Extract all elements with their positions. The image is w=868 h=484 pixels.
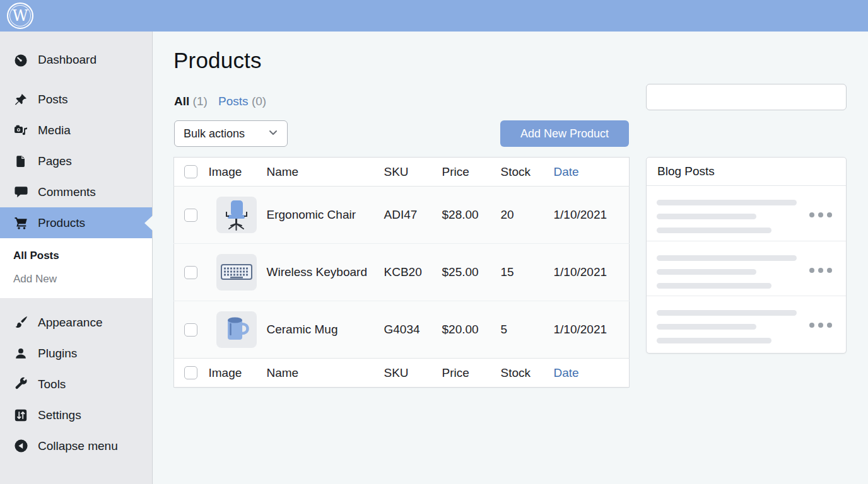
- sidebar-item-label: Comments: [38, 185, 96, 199]
- skeleton-line: [657, 310, 797, 316]
- select-all-checkbox[interactable]: [184, 366, 197, 379]
- blog-posts-panel: Blog Posts: [646, 157, 847, 354]
- row-checkbox[interactable]: [184, 266, 197, 279]
- sidebar-item-tools[interactable]: Tools: [0, 369, 152, 400]
- sidebar-item-label: Products: [38, 216, 85, 230]
- skeleton-line: [657, 255, 797, 261]
- blog-post-placeholder: [647, 296, 846, 350]
- office-chair-image: [216, 197, 257, 233]
- add-new-product-button[interactable]: Add New Product: [500, 120, 629, 147]
- ellipsis-menu-icon[interactable]: [809, 323, 832, 328]
- search-input[interactable]: [646, 84, 847, 110]
- skeleton-line: [657, 228, 771, 233]
- blog-post-placeholder: [647, 241, 846, 296]
- filter-all-link[interactable]: All: [174, 95, 189, 108]
- active-item-notch: [144, 216, 153, 231]
- product-name: Ceramic Mug: [257, 301, 375, 359]
- column-footer-date-sort-link[interactable]: Date: [544, 359, 630, 388]
- products-submenu: All Posts Add New: [0, 238, 152, 298]
- main-content: Products All (1) Posts (0) Bulk actions …: [153, 32, 868, 484]
- admin-sidebar: Dashboard Posts Media Pages Comments Pro…: [0, 32, 153, 484]
- table-row: Ceramic Mug G4034 $20.00 5 1/10/2021: [174, 301, 630, 359]
- wrench-icon: [13, 377, 28, 392]
- sidebar-item-label: Media: [38, 124, 71, 137]
- pushpin-icon: [13, 92, 28, 107]
- column-footer-sku: SKU: [375, 359, 433, 388]
- filter-posts-link[interactable]: Posts: [218, 95, 249, 108]
- column-header-price: Price: [433, 158, 491, 187]
- row-checkbox[interactable]: [184, 323, 197, 337]
- submenu-item-label: All Posts: [13, 250, 59, 262]
- table-footer-row: Image Name SKU Price Stock Date: [174, 359, 630, 388]
- blog-post-placeholder: [647, 186, 846, 241]
- product-name: Ergonomic Chair: [257, 187, 375, 244]
- page-title: Products: [173, 48, 262, 73]
- skeleton-line: [657, 200, 797, 205]
- skeleton-line: [657, 338, 771, 343]
- sidebar-item-collapse-menu[interactable]: Collapse menu: [0, 430, 152, 461]
- comment-icon: [13, 185, 28, 200]
- keyboard-image: [216, 254, 257, 291]
- sidebar-item-label: Settings: [38, 408, 81, 422]
- media-icon: [13, 123, 28, 138]
- column-header-image: Image: [199, 158, 257, 187]
- column-footer-price: Price: [433, 359, 491, 388]
- submenu-item-add-new[interactable]: Add New: [0, 267, 152, 291]
- ellipsis-menu-icon[interactable]: [809, 212, 832, 217]
- column-header-sku: SKU: [375, 158, 433, 187]
- product-date: 1/10/2021: [544, 187, 630, 244]
- table-row: Ergonomic Chair ADI47 $28.00 20 1/10/202…: [174, 187, 630, 244]
- skeleton-line: [657, 283, 771, 289]
- filter-posts-count: (0): [252, 95, 266, 108]
- brush-icon: [13, 315, 28, 330]
- pages-icon: [13, 154, 28, 169]
- sidebar-item-comments[interactable]: Comments: [0, 176, 152, 207]
- bulk-actions-select[interactable]: Bulk actions: [174, 120, 288, 147]
- sidebar-item-media[interactable]: Media: [0, 115, 152, 146]
- product-price: $28.00: [433, 187, 491, 244]
- chevron-down-icon: [268, 127, 278, 141]
- blog-posts-title: Blog Posts: [647, 158, 846, 186]
- sidebar-item-posts[interactable]: Posts: [0, 84, 152, 115]
- product-stock: 5: [491, 301, 544, 359]
- skeleton-line: [657, 214, 756, 219]
- filter-all-count: (1): [193, 95, 208, 108]
- wordpress-logo-icon[interactable]: W: [7, 3, 33, 29]
- submenu-item-label: Add New: [13, 273, 57, 285]
- product-sku: G4034: [375, 301, 433, 359]
- sidebar-item-appearance[interactable]: Appearance: [0, 307, 152, 338]
- column-footer-image: Image: [199, 359, 257, 388]
- product-price: $25.00: [433, 244, 491, 301]
- sidebar-item-label: Pages: [38, 154, 72, 168]
- column-header-date-sort-link[interactable]: Date: [544, 158, 630, 187]
- select-all-checkbox[interactable]: [184, 165, 197, 178]
- product-name: Wireless Keyboard: [257, 244, 375, 301]
- table-header-row: Image Name SKU Price Stock Date: [174, 158, 630, 187]
- sidebar-item-label: Appearance: [38, 316, 102, 330]
- product-thumbnail: [216, 311, 257, 348]
- ellipsis-menu-icon[interactable]: [809, 268, 832, 273]
- wordpress-logo-letter: W: [13, 8, 28, 23]
- submenu-item-all-posts[interactable]: All Posts: [0, 244, 152, 267]
- sidebar-item-pages[interactable]: Pages: [0, 146, 152, 176]
- sidebar-item-settings[interactable]: Settings: [0, 400, 152, 430]
- product-sku: KCB20: [375, 244, 433, 301]
- bulk-actions-label: Bulk actions: [184, 127, 245, 141]
- table-row: Wireless Keyboard KCB20 $25.00 15 1/10/2…: [174, 244, 630, 301]
- sidebar-item-dashboard[interactable]: Dashboard: [0, 44, 152, 75]
- sidebar-item-plugins[interactable]: Plugins: [0, 338, 152, 369]
- sidebar-item-label: Tools: [38, 377, 66, 391]
- top-admin-bar: W: [0, 0, 868, 32]
- product-sku: ADI47: [375, 187, 433, 244]
- product-date: 1/10/2021: [544, 244, 630, 301]
- sidebar-item-products[interactable]: Products: [0, 207, 152, 238]
- dashboard-icon: [13, 52, 28, 67]
- column-footer-name: Name: [257, 359, 375, 388]
- sliders-icon: [13, 408, 28, 423]
- row-checkbox[interactable]: [184, 209, 197, 222]
- products-table: Image Name SKU Price Stock Date: [173, 157, 630, 388]
- sidebar-item-label: Posts: [38, 93, 68, 107]
- column-footer-stock: Stock: [491, 359, 544, 388]
- column-header-stock: Stock: [491, 158, 544, 187]
- list-filters: All (1) Posts (0): [174, 95, 266, 108]
